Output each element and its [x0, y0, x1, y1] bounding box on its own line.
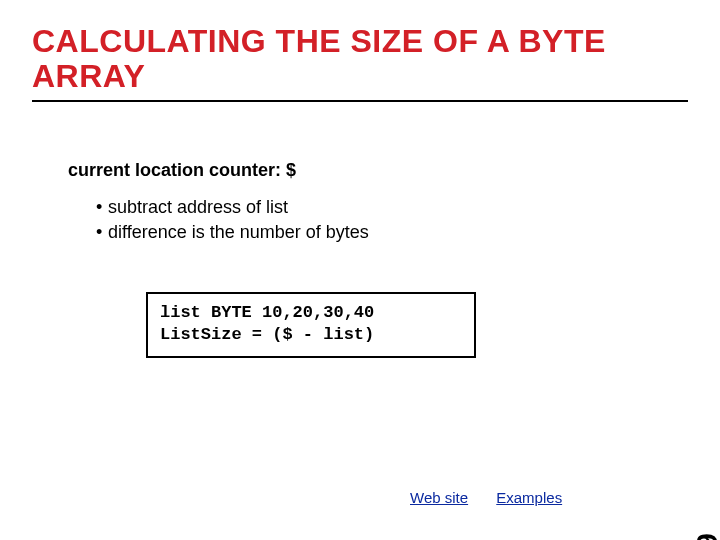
lead-text: current location counter: $ — [68, 160, 688, 181]
website-link[interactable]: Web site — [410, 489, 468, 506]
slide-title: CALCULATING THE SIZE OF A BYTE ARRAY — [32, 24, 688, 94]
code-line: list BYTE 10,20,30,40 — [160, 303, 374, 322]
footer-links: Web site Examples — [410, 489, 586, 506]
slide: CALCULATING THE SIZE OF A BYTE ARRAY cur… — [0, 0, 720, 540]
bullet-dot: • — [96, 195, 108, 219]
bullet-item: • subtract address of list — [96, 195, 688, 219]
slide-body: current location counter: $ • subtract a… — [32, 160, 688, 358]
code-line: ListSize = ($ - list) — [160, 325, 374, 344]
bullet-dot: • — [96, 220, 108, 244]
title-rule — [32, 100, 688, 102]
bullet-item: • difference is the number of bytes — [96, 220, 688, 244]
bullet-list: • subtract address of list • difference … — [96, 195, 688, 244]
code-box: list BYTE 10,20,30,40 ListSize = ($ - li… — [146, 292, 476, 358]
bullet-text: subtract address of list — [108, 195, 288, 219]
page-number: 49 — [690, 532, 720, 540]
bullet-text: difference is the number of bytes — [108, 220, 369, 244]
examples-link[interactable]: Examples — [496, 489, 562, 506]
